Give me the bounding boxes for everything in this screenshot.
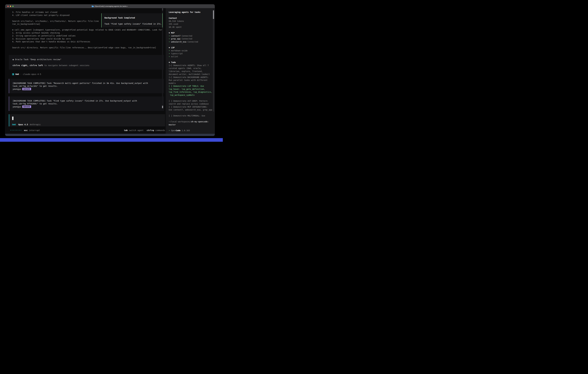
terminal-line: 4. LSP client connections not properly d… [12, 14, 99, 17]
main-scrollbar-thumb-bottom[interactable] [162, 106, 163, 108]
session-sidebar: Leveraging agents for tasks Context 66,5… [166, 8, 215, 134]
scrollback-text: 3. File handles or streams not closed 4.… [12, 11, 99, 26]
zoom-button[interactable] [12, 6, 14, 7]
lsp-section-header[interactable]: ▼ LSP [169, 46, 188, 49]
mcp-item: • context7 Connected [169, 34, 198, 37]
ctrlp-key-label: commands [155, 129, 165, 132]
agent-name: OmO [15, 73, 19, 75]
terminal-line: 3. File handles or streams not closed [12, 11, 99, 14]
mcp-section-header[interactable]: ▼ MCP [169, 31, 198, 34]
todo-line: [ ] Demonstrate AST-GREP: Pattern [169, 100, 212, 103]
todo-line: [ ] Demonstrate MULTIMODAL: Use [169, 114, 212, 117]
todo-line: librarian, explore, frontend, [169, 70, 212, 73]
context-heading: Context [169, 17, 184, 20]
tab-key-hint: tab [124, 129, 128, 132]
session-title: Leveraging agents for tasks [169, 11, 200, 14]
window-bottom-edge [5, 134, 215, 136]
bullet-icon: • [169, 55, 170, 58]
context-tokens: 66,518 tokens [169, 20, 184, 23]
terminal-line: run_in_background=true] [12, 22, 99, 26]
todo-line: [ ] Demonstrate MCP INTEGRATIONS: [169, 105, 212, 108]
tool-call-text: call_omo_agent [subagent_type=explore, p… [15, 29, 162, 31]
desktop-strip [0, 138, 223, 142]
tool-call-item: 3. Division operations that could divide… [12, 37, 162, 40]
workspace-path: ~/local-workspaces/oh-my-opencode: maste… [166, 120, 209, 126]
toast-title: Background Task Completed [105, 16, 162, 19]
sidebar-scrollbar-thumb[interactable] [213, 10, 214, 19]
bullet-icon: • [169, 41, 170, 43]
task-user: yeongyu [13, 88, 21, 91]
todo-line: [✓] Demonstrate AGENTS: Show all 7 [169, 64, 212, 67]
background-task-message: [BACKGROUND TASK COMPLETED] Task "Resear… [9, 79, 164, 93]
input-provider-name: Anthropic [30, 123, 41, 126]
todo-line: [✓] Demonstrate BACKGROUND AGENTS: [169, 76, 212, 79]
terminal-line: Search src/tools/, src/hooks/, src/featu… [12, 20, 99, 23]
lsp-item: • typescript [169, 52, 188, 55]
shortcut-keys: ctrl+x right, ctrl+x left [13, 64, 43, 67]
separator-dot: · [20, 73, 21, 75]
close-button[interactable] [7, 6, 9, 7]
esc-key-hint: esc [24, 129, 28, 132]
app-window: [OpenCode] Leveraging agents for tasks ◐… [5, 4, 215, 136]
mcp-section: ▼ MCP • context7 Connected • grep_app Co… [166, 31, 198, 43]
background-task-toast: Background Task Completed Task "Find typ… [101, 13, 163, 28]
window-title: [OpenCode] Leveraging agents for tasks ◐ [95, 5, 128, 7]
status-badge: QUEUED [22, 105, 31, 108]
window-controls [7, 4, 14, 8]
text-cursor [12, 116, 13, 120]
chevron-down-icon: ▼ [169, 46, 170, 49]
todo-line: Run parallel tasks with different [169, 79, 212, 82]
prompt-input[interactable]: OmO Opus 4.5 Anthropic [9, 114, 165, 126]
toast-body: Task "Find type safety issues" finished … [105, 22, 162, 25]
activity-dots-icon: •••••••• [10, 129, 22, 131]
brand-code: Code [176, 129, 180, 132]
context-used: 33% used [169, 22, 184, 26]
task-message-line: [BACKGROUND TASK COMPLETED] Task "Find t… [13, 99, 164, 102]
path-prefix: ~/local-workspaces/ [169, 120, 191, 123]
minimize-button[interactable] [10, 6, 11, 7]
mcp-item: • grep_app Connected [169, 37, 198, 40]
terminal-main-pane: 3. File handles or streams not closed 4.… [5, 8, 166, 134]
oracle-task-title: Oracle Task "Deep architecture review" [15, 58, 61, 61]
todo-line-active: lsp_hover, lsp_goto_definition, [169, 88, 212, 91]
status-badge: QUEUED [22, 88, 31, 90]
shortcut-hint: to navigate between subagent sessions [43, 64, 89, 67]
lsp-item: • eslint [169, 55, 188, 58]
esc-key-label: interrupt [29, 129, 40, 132]
mcp-item: • websearch_exa Connected [169, 40, 198, 43]
context-spent: $0.46 spent [169, 26, 184, 29]
sidebar-scrollbar[interactable] [213, 10, 214, 112]
lsp-section: ▼ LSP • markdown-oxide • typescript • es… [166, 46, 188, 58]
todo-line: Use context7, websearch_exa, grep_app [169, 108, 212, 111]
window-title-group: [OpenCode] Leveraging agents for tasks ◐ [92, 5, 128, 7]
todo-line: document-writer, multimodal-looker) [169, 73, 212, 76]
tool-call-block: ⚙ call_omo_agent [subagent_type=explore,… [12, 28, 162, 49]
chevron-down-icon: ▼ [169, 32, 170, 34]
input-model-name: Opus 4.5 [18, 123, 28, 126]
folder-icon [92, 6, 94, 7]
todo-line: curated agents (OmO, oracle, [169, 67, 212, 70]
main-scrollbar-thumb-top[interactable] [162, 8, 163, 10]
agent-session-row: OmO · claude-opus-4-5 [12, 73, 41, 76]
todo-line-active: lsp_workspace_symbols [169, 94, 212, 97]
repo-name: oh-my-opencode: [191, 120, 209, 123]
background-task-message: [BACKGROUND TASK COMPLETED] Task "Find t… [9, 96, 164, 111]
git-branch: master [169, 123, 209, 126]
app-version-row: • OpenCode 1.0.163 [166, 129, 190, 132]
todo-section-header[interactable]: ▼ Todo [169, 61, 212, 64]
tool-call-item: 2. String operations on potentially unde… [12, 34, 162, 37]
todo-line-active: [ ] Demonstrate LSP TOOLS: Use [169, 85, 212, 88]
agent-model: claude-opus-4-5 [23, 73, 41, 75]
lsp-item: • markdown-oxide [169, 49, 188, 52]
bullet-icon: • [169, 35, 170, 37]
todo-section: ▼ Todo [✓] Demonstrate AGENTS: Show all … [166, 61, 212, 117]
tool-call-item: 4. Path operations that don't handle Win… [12, 40, 162, 43]
task-message-line: [BACKGROUND TASK COMPLETED] Task "Resear… [13, 82, 164, 85]
task-user: yeongyu [13, 105, 21, 108]
input-agent-name: OmO [12, 123, 16, 126]
tool-call-item: 1. Array access without bounds checking [12, 31, 162, 34]
bullet-icon: • [169, 38, 170, 40]
brand-open: Open [171, 129, 176, 132]
task-message-line: task_id="bg_6f59260c" to get results. [13, 102, 164, 105]
titlebar: [OpenCode] Leveraging agents for tasks ◐ [5, 4, 215, 8]
